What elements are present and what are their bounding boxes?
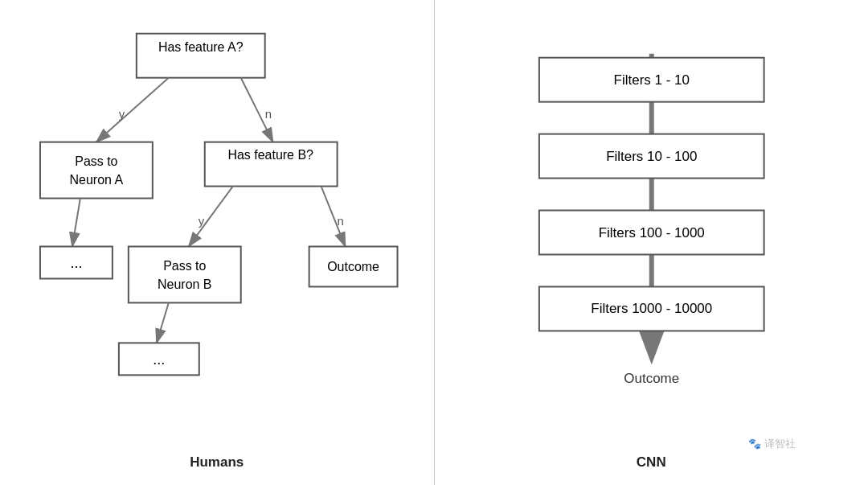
svg-rect-3 [40, 142, 153, 199]
cnn-label: CNN [637, 454, 666, 471]
left-panel: Has feature A? y n Pass to Neuron A ... … [0, 0, 434, 485]
pass-to-neuron-b-label: Pass to [163, 259, 206, 273]
svg-line-11 [157, 302, 169, 343]
ellipsis-a-label: ... [70, 255, 82, 271]
filter-1-label: Filters 1 - 10 [613, 72, 689, 88]
watermark: 🐾 译智社 [748, 437, 796, 450]
y-label-2: y [199, 214, 205, 228]
humans-label: Humans [190, 454, 244, 471]
pass-to-neuron-a-label2: Neuron A [70, 173, 124, 187]
right-panel: Filters 1 - 10 Filters 10 - 100 Filters … [435, 0, 869, 485]
outcome-label: Outcome [327, 260, 379, 273]
svg-line-1 [96, 78, 169, 142]
pass-to-neuron-a-label: Pass to [75, 154, 117, 168]
has-feature-a-label: Has feature A? [158, 40, 244, 54]
filter-3-label: Filters 100 - 1000 [598, 225, 704, 240]
cnn-diagram: Filters 1 - 10 Filters 10 - 100 Filters … [435, 0, 869, 485]
n-label-1: n [265, 107, 272, 121]
svg-line-7 [189, 187, 233, 247]
humans-diagram: Has feature A? y n Pass to Neuron A ... … [0, 0, 434, 485]
ellipsis-b-label: ... [153, 351, 165, 368]
n-label-2: n [338, 214, 344, 228]
svg-rect-9 [129, 246, 241, 302]
svg-line-4 [72, 199, 80, 247]
pass-to-neuron-b-label2: Neuron B [158, 277, 211, 291]
y-label-1: y [119, 107, 125, 121]
filter-4-label: Filters 1000 - 10000 [591, 301, 712, 316]
has-feature-b-label: Has feature B? [227, 148, 313, 162]
cnn-outcome-label: Outcome [624, 371, 679, 386]
filter-2-label: Filters 10 - 100 [606, 149, 697, 164]
